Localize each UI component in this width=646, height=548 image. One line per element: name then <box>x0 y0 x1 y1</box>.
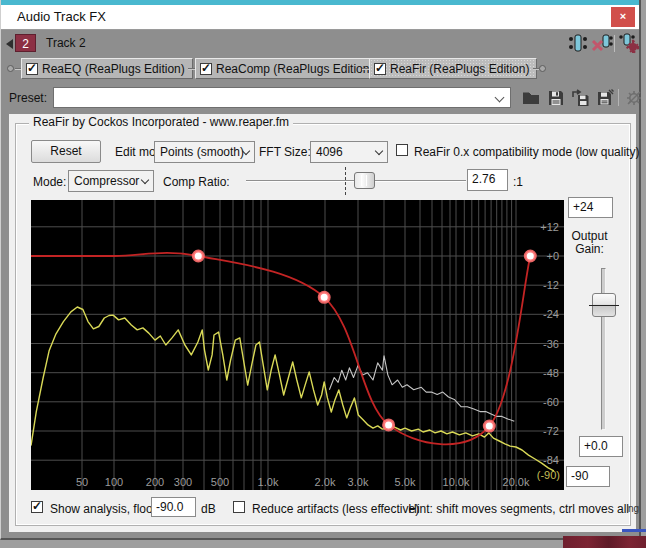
freq-tick-label: 3.0k <box>348 476 369 488</box>
track-name-label: Track 2 <box>46 36 86 50</box>
chevron-down-icon <box>495 93 505 103</box>
fx-pins-icon[interactable] <box>567 33 589 54</box>
tab-reafir-label: ReaFir (ReaPlugs Edition) <box>390 62 529 76</box>
freq-tick-label: 200 <box>146 476 164 488</box>
compat-label: ReaFir 0.x compatibility mode (low quali… <box>414 145 639 159</box>
fx-curve-point[interactable] <box>484 421 494 431</box>
fft-size-label: FFT Size: <box>259 145 311 159</box>
fx-no-io-icon[interactable] <box>591 33 613 54</box>
save-preset-as-icon[interactable] <box>571 88 591 108</box>
chain-connector <box>362 68 369 70</box>
reacomp-enabled-checkbox[interactable]: ✓ <box>200 63 212 75</box>
fft-size-dropdown[interactable]: 4096 <box>310 141 388 163</box>
comp-ratio-value[interactable]: 2.76 <box>467 169 508 191</box>
track-number-badge[interactable]: 2 <box>15 34 36 52</box>
chain-input-node[interactable] <box>7 65 14 72</box>
output-gain-label: Output Gain: <box>561 230 618 256</box>
freq-tick-label: 1.0k <box>258 476 279 488</box>
browse-presets-folder-icon[interactable] <box>521 88 541 108</box>
preset-combobox[interactable] <box>53 87 511 108</box>
collapse-arrow-icon[interactable] <box>6 39 13 49</box>
db-tick-label: +0 <box>546 250 559 262</box>
fx-curve[interactable] <box>31 253 530 444</box>
gain-max-value[interactable]: +24 <box>568 197 613 218</box>
close-button[interactable]: × <box>611 7 635 27</box>
tab-reafir[interactable]: ✓ ReaFir (ReaPlugs Edition) <box>369 58 537 79</box>
show-analysis-checkbox[interactable]: ✓ <box>31 501 43 513</box>
freq-tick-label: 20.0k <box>503 476 530 488</box>
chain-connector <box>188 68 195 70</box>
preset-row: Preset: <box>1 82 639 114</box>
background-window-strip <box>622 529 646 532</box>
mode-dropdown[interactable]: Compressor <box>68 170 154 192</box>
fx-window: Audio Track FX × 2 Track 2 <box>0 0 641 540</box>
preset-label: Preset: <box>9 91 47 105</box>
comp-ratio-thumb[interactable] <box>354 172 375 189</box>
db-tick-label: -84 <box>543 454 559 466</box>
mode-label: Mode: <box>33 175 66 189</box>
toolbar-separator <box>614 35 615 52</box>
tab-reaeq[interactable]: ✓ ReaEQ (ReaPlugs Edition) <box>21 58 193 79</box>
analysis-floor-input[interactable]: -90.0 <box>151 497 196 517</box>
chevron-down-icon <box>375 147 383 155</box>
db-tick-label: -12 <box>543 279 559 291</box>
tab-reacomp-label: ReaComp (ReaPlugs Edition) <box>216 62 373 76</box>
show-analysis-label: Show analysis, floor: <box>50 502 160 516</box>
plugin-groupbox-title: ReaFir by Cockos Incorporated - www.reap… <box>29 115 293 129</box>
spectrum-display[interactable]: 501002003005001.0k2.0k3.0k5.0k10.0k20.0k… <box>31 200 564 490</box>
export-preset-icon[interactable] <box>595 88 615 108</box>
output-gain-value[interactable]: +0.0 <box>579 436 623 457</box>
freq-tick-label: 5.0k <box>395 476 416 488</box>
analysis-floor-label: (-90) <box>537 469 560 481</box>
screen: Audio Track FX × 2 Track 2 <box>0 0 646 548</box>
db-tick-label: -60 <box>543 396 559 408</box>
reafir-panel: ReaFir by Cockos Incorporated - www.reap… <box>9 114 636 532</box>
chevron-down-icon <box>141 176 149 184</box>
analysis-primary-trace <box>31 307 554 471</box>
freq-tick-label: 10.0k <box>443 476 470 488</box>
fx-curve-point[interactable] <box>525 251 535 261</box>
comp-ratio-label: Comp Ratio: <box>163 175 230 189</box>
compat-checkbox[interactable] <box>396 144 408 156</box>
chain-output-node[interactable] <box>539 65 546 72</box>
fx-curve-point[interactable] <box>319 292 329 302</box>
gain-min-value[interactable]: -90 <box>566 466 610 487</box>
freq-tick-label: 50 <box>76 476 88 488</box>
db-tick-label: +12 <box>540 221 559 233</box>
freq-tick-label: 500 <box>211 476 229 488</box>
db-tick-label: -72 <box>543 425 559 437</box>
fx-curve-point[interactable] <box>193 251 203 261</box>
title-bar[interactable]: Audio Track FX × <box>1 0 639 30</box>
fx-routing-gear-icon[interactable] <box>619 33 641 54</box>
reaeq-enabled-checkbox[interactable]: ✓ <box>26 63 38 75</box>
background-waveform-strip <box>563 536 646 548</box>
reafir-enabled-checkbox[interactable]: ✓ <box>374 63 386 75</box>
reduce-artifacts-checkbox[interactable] <box>233 501 245 513</box>
fx-chain-row: ✓ ReaEQ (ReaPlugs Edition) ✓ ReaComp (Re… <box>1 57 639 82</box>
edit-mode-dropdown[interactable]: Points (smooth) <box>154 141 255 163</box>
output-gain-thumb[interactable] <box>592 293 616 317</box>
freq-tick-label: 2.0k <box>315 476 336 488</box>
freq-tick-label: 300 <box>174 476 192 488</box>
track-toolbar: 2 Track 2 <box>1 30 639 57</box>
freq-tick-label: 100 <box>105 476 123 488</box>
fx-curve-point[interactable] <box>384 420 394 430</box>
window-title: Audio Track FX <box>17 9 106 24</box>
tab-reaeq-label: ReaEQ (ReaPlugs Edition) <box>42 62 185 76</box>
param-gear-disabled-icon[interactable] <box>624 88 644 108</box>
db-unit-label: dB <box>201 502 216 516</box>
hint-text: Hint: shift moves segments, ctrl moves a… <box>359 502 629 516</box>
db-tick-label: -24 <box>543 308 559 320</box>
db-tick-label: -48 <box>543 367 559 379</box>
background-window-text: ng <box>628 503 639 514</box>
ratio-suffix-label: :1 <box>513 175 523 189</box>
save-preset-icon[interactable] <box>546 88 566 108</box>
preset-separator <box>618 89 619 106</box>
reset-button[interactable]: Reset <box>31 140 101 163</box>
db-tick-label: -36 <box>543 338 559 350</box>
title-bar-accent <box>1 0 639 5</box>
tab-reacomp[interactable]: ✓ ReaComp (ReaPlugs Edition) <box>195 58 381 79</box>
